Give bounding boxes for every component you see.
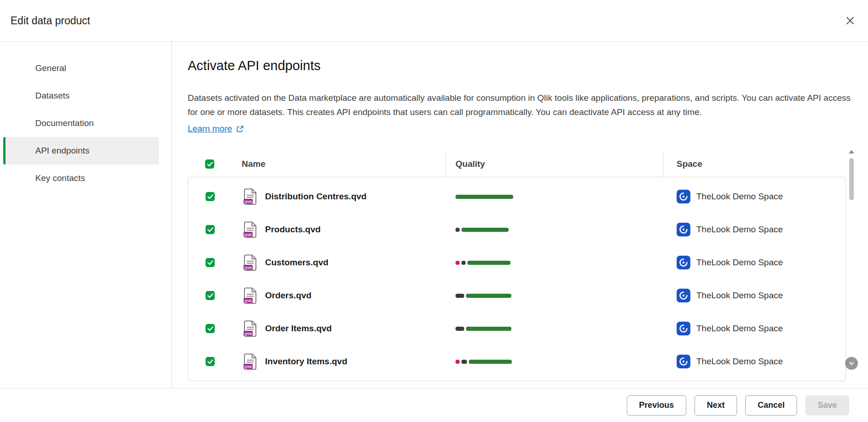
dialog-footer: PreviousNextCancelSave — [0, 388, 868, 422]
row-select-cell — [188, 180, 241, 213]
quality-segment-dark — [456, 294, 464, 298]
sidebar-item-label: Documentation — [35, 118, 94, 128]
scrollbar-thumb[interactable] — [849, 158, 854, 200]
external-link-icon — [236, 125, 244, 133]
row-checkbox[interactable] — [206, 357, 215, 366]
space-cell: TheLook Demo Space — [663, 213, 846, 246]
quality-segment-green — [469, 360, 512, 364]
quality-bar — [456, 195, 513, 199]
space-name: TheLook Demo Space — [696, 356, 783, 367]
name-cell: QVDInventory Items.qvd — [241, 345, 446, 378]
sidebar-item-label: General — [35, 63, 66, 73]
sidebar-item-key-contacts[interactable]: Key contacts — [3, 164, 159, 192]
column-header-name-label: Name — [242, 159, 266, 169]
table-row: QVDDistribution Centres.qvdTheLook Demo … — [188, 180, 846, 213]
scroll-up-icon[interactable] — [849, 150, 854, 153]
row-checkbox[interactable] — [206, 324, 215, 333]
sidebar-item-documentation[interactable]: Documentation — [3, 110, 159, 137]
space-name: TheLook Demo Space — [696, 290, 783, 301]
description-text: Datasets activated on the Data marketpla… — [188, 91, 856, 119]
quality-segment-green — [466, 327, 511, 331]
learn-more-link[interactable]: Learn more — [188, 124, 244, 134]
sidebar-item-api-endpoints[interactable]: API endpoints — [3, 137, 159, 164]
quality-bar — [456, 228, 509, 232]
space-name: TheLook Demo Space — [696, 192, 783, 202]
close-icon[interactable] — [841, 12, 859, 29]
edit-data-product-dialog: Edit data product GeneralDatasetsDocumen… — [0, 0, 868, 422]
row-checkbox[interactable] — [206, 258, 215, 267]
select-all-cell — [188, 151, 240, 177]
cancel-button[interactable]: Cancel — [745, 395, 797, 416]
quality-cell — [446, 279, 663, 312]
table-row: QVDOrders.qvdTheLook Demo Space — [188, 279, 846, 312]
select-all-checkbox[interactable] — [205, 159, 214, 169]
qvd-file-icon: QVD — [242, 287, 258, 304]
quality-segment-red — [456, 360, 460, 364]
svg-text:QVD: QVD — [244, 200, 252, 204]
quality-cell — [446, 246, 663, 279]
table-body: QVDDistribution Centres.qvdTheLook Demo … — [188, 177, 846, 381]
quality-cell — [446, 213, 663, 246]
name-cell: QVDOrder Items.qvd — [241, 312, 446, 345]
column-header-quality: Quality — [445, 151, 663, 177]
name-cell: QVDOrders.qvd — [241, 279, 446, 312]
row-select-cell — [188, 345, 241, 378]
row-checkbox[interactable] — [206, 192, 215, 201]
row-select-cell — [188, 312, 241, 345]
scroll-down-button[interactable] — [845, 357, 858, 370]
datasets-table: Name Quality Space QVDDistribution Centr… — [188, 151, 846, 381]
quality-bar — [456, 327, 511, 331]
quality-segment-green — [467, 261, 510, 265]
sidebar-nav: GeneralDatasetsDocumentationAPI endpoint… — [0, 42, 172, 388]
dataset-name: Order Items.qvd — [265, 323, 332, 334]
sidebar-item-general[interactable]: General — [3, 55, 159, 82]
previous-button[interactable]: Previous — [627, 395, 686, 416]
name-cell: QVDDistribution Centres.qvd — [241, 180, 446, 213]
dialog-title: Edit data product — [11, 15, 90, 27]
space-icon — [677, 190, 690, 203]
quality-cell — [446, 312, 663, 345]
space-icon — [677, 289, 690, 302]
quality-segment-green — [461, 228, 509, 232]
svg-text:QVD: QVD — [244, 299, 252, 303]
quality-segment-red — [456, 261, 460, 265]
table-row: QVDInventory Items.qvdTheLook Demo Space — [188, 345, 846, 378]
learn-more-label: Learn more — [188, 124, 232, 134]
row-select-cell — [188, 213, 241, 246]
qvd-file-icon: QVD — [242, 254, 258, 271]
quality-cell — [446, 345, 663, 378]
space-icon — [677, 223, 690, 236]
sidebar-item-label: Key contacts — [35, 173, 85, 183]
row-checkbox[interactable] — [206, 225, 215, 234]
dataset-name: Customers.qvd — [265, 258, 328, 268]
dataset-name: Orders.qvd — [265, 290, 311, 301]
next-button[interactable]: Next — [694, 395, 737, 416]
qvd-file-icon: QVD — [242, 188, 258, 205]
sidebar-item-datasets[interactable]: Datasets — [3, 82, 159, 110]
table-row: QVDCustomers.qvdTheLook Demo Space — [188, 246, 846, 279]
row-select-cell — [188, 246, 241, 279]
table-scrollbar — [848, 150, 855, 370]
svg-text:QVD: QVD — [244, 233, 252, 237]
name-cell: QVDProducts.qvd — [241, 213, 446, 246]
quality-bar — [456, 261, 510, 265]
space-icon — [677, 256, 690, 269]
svg-text:QVD: QVD — [244, 332, 252, 336]
quality-segment-dark — [456, 327, 464, 331]
dataset-name: Distribution Centres.qvd — [265, 192, 367, 202]
space-icon — [677, 355, 690, 368]
space-name: TheLook Demo Space — [696, 258, 783, 268]
chevron-down-icon — [848, 360, 855, 367]
row-checkbox[interactable] — [206, 291, 215, 300]
quality-bar — [456, 294, 511, 298]
column-header-name: Name — [240, 151, 445, 177]
page-title: Activate API endpoints — [188, 58, 868, 73]
quality-segment-green — [466, 294, 511, 298]
qvd-file-icon: QVD — [242, 320, 258, 337]
save-button[interactable]: Save — [805, 395, 849, 416]
space-cell: TheLook Demo Space — [663, 279, 846, 312]
space-icon — [677, 322, 690, 335]
dialog-header: Edit data product — [0, 0, 868, 42]
table-row: QVDOrder Items.qvdTheLook Demo Space — [188, 312, 846, 345]
row-select-cell — [188, 279, 241, 312]
